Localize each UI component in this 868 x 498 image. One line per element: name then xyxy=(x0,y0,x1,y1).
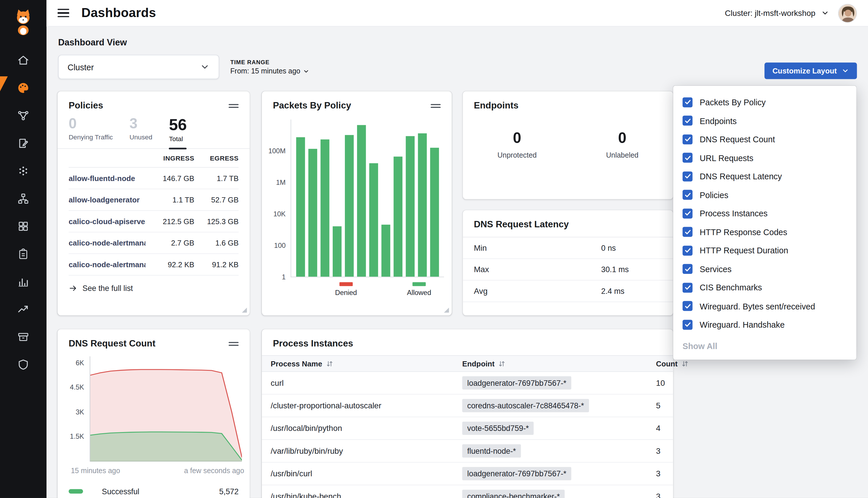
customize-layout-button[interactable]: Customize Layout xyxy=(764,63,857,79)
checkbox-checked-icon[interactable] xyxy=(683,116,692,126)
menu-option-url-requests[interactable]: URL Requests xyxy=(673,149,856,167)
calico-cat-logo[interactable] xyxy=(12,5,35,38)
checkbox-checked-icon[interactable] xyxy=(683,264,692,274)
checkbox-checked-icon[interactable] xyxy=(683,246,692,255)
count-column-header[interactable]: Count xyxy=(649,359,689,368)
latency-value: 2.4 ms xyxy=(601,287,624,296)
resize-handle[interactable] xyxy=(444,308,449,313)
stat-total[interactable]: 56 Total xyxy=(169,116,187,149)
process-name-column-header[interactable]: Process Name xyxy=(262,359,462,368)
menu-option-packets-by-policy[interactable]: Packets By Policy xyxy=(673,93,856,112)
sidebar-item-service-graph[interactable] xyxy=(0,102,47,130)
process-name: /usr/local/bin/python xyxy=(262,424,462,433)
checkbox-checked-icon[interactable] xyxy=(683,301,692,311)
stat-unused[interactable]: 3 Unused xyxy=(129,116,152,149)
sidebar-item-network-tree[interactable] xyxy=(0,185,47,212)
checkbox-checked-icon[interactable] xyxy=(683,209,692,218)
menu-option-process-instances[interactable]: Process Instances xyxy=(673,204,856,223)
policy-name-link[interactable]: allow-fluentd-node xyxy=(68,174,145,183)
arrow-right-icon xyxy=(68,284,78,293)
latency-row-avg: Avg 2.4 ms xyxy=(463,280,673,302)
menu-option-http-response-codes[interactable]: HTTP Response Codes xyxy=(673,223,856,241)
dashboard-view-select[interactable]: Cluster xyxy=(58,55,219,79)
card-title: DNS Request Latency xyxy=(474,219,569,230)
checkbox-checked-icon[interactable] xyxy=(683,153,692,163)
sort-icon[interactable] xyxy=(326,360,333,367)
policy-egress-value: 1.6 GB xyxy=(194,239,239,247)
chevron-down-icon xyxy=(200,62,210,72)
policy-name-link[interactable]: calico-node-alertmana… xyxy=(68,239,145,247)
card-title: Endpoints xyxy=(474,100,518,110)
sidebar-item-archive[interactable] xyxy=(0,323,47,351)
sidebar-item-compliance[interactable] xyxy=(0,240,47,268)
user-avatar[interactable] xyxy=(838,3,857,22)
legend-label: Allowed xyxy=(407,289,431,297)
sidebar-item-metrics[interactable] xyxy=(0,268,47,296)
drag-handle-icon[interactable] xyxy=(431,101,441,109)
menu-option-dns-request-count[interactable]: DNS Request Count xyxy=(673,130,856,149)
policy-name-link[interactable]: calico-cloud-apiserver-… xyxy=(68,218,145,226)
metrics-bars-icon xyxy=(17,276,29,288)
menu-option-dns-request-latency[interactable]: DNS Request Latency xyxy=(673,167,856,186)
y-tick: 1.5K xyxy=(70,433,84,441)
menu-option-services[interactable]: Services xyxy=(673,260,856,278)
sidebar-item-clusters[interactable] xyxy=(0,212,47,240)
process-name: /usr/bin/curl xyxy=(262,469,462,478)
dashboards-palette-icon xyxy=(16,81,30,94)
checkbox-checked-icon[interactable] xyxy=(683,171,692,181)
cluster-selector-label: Cluster: jlt-msft-workshop xyxy=(725,9,815,18)
latency-value: 30.1 ms xyxy=(601,265,629,274)
policy-ingress-value: 92.2 KB xyxy=(145,261,194,269)
resize-handle[interactable] xyxy=(242,308,247,313)
stat-denying-traffic[interactable]: 0 Denying Traffic xyxy=(68,116,113,149)
endpoint-column-header[interactable]: Endpoint xyxy=(462,359,650,368)
menu-option-wireguard-bytes[interactable]: Wireguard. Bytes sent/received xyxy=(673,297,856,315)
menu-option-label: CIS Benchmarks xyxy=(700,283,762,292)
sort-icon[interactable] xyxy=(498,360,506,367)
endpoint-chip: fluentd-node-* xyxy=(462,444,521,458)
card-title: Packets By Policy xyxy=(273,100,351,110)
egress-column-header: EGRESS xyxy=(194,155,239,162)
cluster-selector[interactable]: Cluster: jlt-msft-workshop xyxy=(725,9,829,18)
see-full-list-label: See the full list xyxy=(82,284,133,293)
show-all-link[interactable]: Show All xyxy=(673,334,856,351)
sidebar-item-security[interactable] xyxy=(0,351,47,379)
menu-option-wireguard-handshake[interactable]: Wireguard. Handshake xyxy=(673,315,856,334)
y-tick: 4.5K xyxy=(70,383,84,391)
endpoint-chip: loadgenerator-7697bb7567-* xyxy=(462,467,571,480)
time-range-value[interactable]: From: 15 minutes ago xyxy=(230,67,310,76)
sidebar-item-policies[interactable] xyxy=(0,130,47,157)
see-full-list-link[interactable]: See the full list xyxy=(57,276,250,293)
checkbox-checked-icon[interactable] xyxy=(683,134,692,144)
policy-name-link[interactable]: calico-node-alertmana… xyxy=(68,261,145,269)
checkbox-checked-icon[interactable] xyxy=(683,283,692,292)
screen: Dashboards Cluster: jlt-msft-workshop Da… xyxy=(0,0,868,498)
checkbox-checked-icon[interactable] xyxy=(683,227,692,237)
packets-bar xyxy=(418,133,427,276)
checkbox-checked-icon[interactable] xyxy=(683,190,692,200)
menu-option-label: Services xyxy=(700,264,731,274)
sidebar-item-endpoints[interactable] xyxy=(0,157,47,185)
chevron-down-icon xyxy=(303,68,310,74)
sidebar-item-home[interactable] xyxy=(0,47,47,74)
menu-option-http-request-duration[interactable]: HTTP Request Duration xyxy=(673,241,856,260)
legend-value: 5,572 xyxy=(219,487,239,496)
packets-bar-chart: 100M 1M 10K 100 1 xyxy=(262,119,444,277)
policy-name-link[interactable]: allow-loadgenerator xyxy=(68,196,145,204)
latency-value: 0 ns xyxy=(601,244,616,252)
hamburger-menu-icon[interactable] xyxy=(57,9,69,17)
packets-x-legend: Denied Allowed xyxy=(290,277,452,303)
drag-handle-icon[interactable] xyxy=(229,101,238,109)
menu-option-policies[interactable]: Policies xyxy=(673,186,856,204)
sort-icon[interactable] xyxy=(682,360,689,367)
menu-option-endpoints[interactable]: Endpoints xyxy=(673,112,856,130)
legend-label: Denied xyxy=(335,289,357,297)
sidebar-item-trends[interactable] xyxy=(0,296,47,323)
dns-area-chart: 6K 4.5K 3K 1.5K xyxy=(57,356,250,461)
checkbox-checked-icon[interactable] xyxy=(683,319,692,329)
checkbox-checked-icon[interactable] xyxy=(683,97,692,107)
drag-handle-icon[interactable] xyxy=(229,339,238,348)
successful-swatch xyxy=(68,489,83,493)
endpoints-stats: 0 Unprotected 0 Unlabeled xyxy=(463,130,673,159)
menu-option-cis-benchmarks[interactable]: CIS Benchmarks xyxy=(673,278,856,297)
